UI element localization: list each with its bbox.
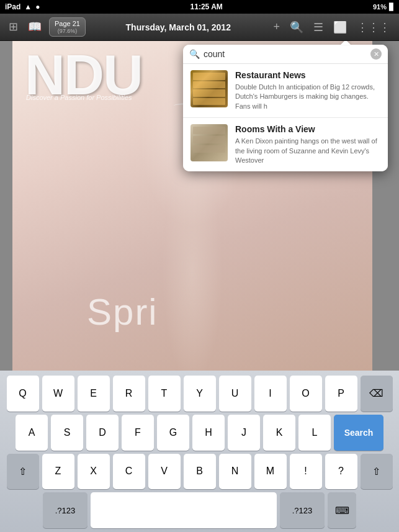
search-result-2[interactable]: Rooms With a View A Ken Dixon painting h… <box>183 118 388 171</box>
key-exclaim[interactable]: ! <box>290 454 322 490</box>
search-input[interactable] <box>204 49 370 59</box>
status-bar: iPad ▲ ● 11:25 AM 91% ▊ <box>0 0 399 14</box>
key-i[interactable]: I <box>254 376 287 412</box>
search-magnifier-icon: 🔍 <box>189 49 200 59</box>
key-o[interactable]: O <box>290 376 322 412</box>
key-f[interactable]: F <box>122 415 154 451</box>
result-1-snippet: Double Dutch In anticipation of Big 12 c… <box>235 83 380 111</box>
add-icon[interactable]: + <box>271 18 282 36</box>
result-2-thumbnail <box>191 124 228 161</box>
magazine-tagline: Discover a Passion for Possibilities <box>26 94 132 101</box>
key-x[interactable]: X <box>78 454 110 490</box>
key-question[interactable]: ? <box>325 454 357 490</box>
key-b[interactable]: B <box>184 454 216 490</box>
toolbar-right: + 🔍 ☰ ⬜ ⋮⋮⋮ <box>271 18 393 37</box>
page-number: Page 21 <box>55 20 80 28</box>
key-q[interactable]: Q <box>7 376 39 412</box>
search-clear-button[interactable]: ✕ <box>370 48 382 60</box>
key-v[interactable]: V <box>148 454 181 490</box>
search-icon[interactable]: 🔍 <box>287 18 306 37</box>
page-percent: (97.6%) <box>58 28 78 35</box>
magazine-season: Spri <box>87 291 158 333</box>
search-dropdown-container: 🔍 ✕ Restaurant News Double Dutch In ant <box>183 45 388 171</box>
time-display: 11:25 AM <box>191 2 223 11</box>
key-z[interactable]: Z <box>42 454 74 490</box>
library-icon[interactable]: ⊞ <box>6 17 20 36</box>
search-result-1[interactable]: Restaurant News Double Dutch In anticipa… <box>183 64 388 118</box>
keyboard-row-3: ⇧ Z X C V B N M ! ? ⇧ <box>2 454 397 490</box>
key-t[interactable]: T <box>148 376 181 412</box>
key-m[interactable]: M <box>254 454 287 490</box>
key-w[interactable]: W <box>42 376 74 412</box>
key-a[interactable]: A <box>16 415 48 451</box>
result-1-thumbnail <box>191 70 228 107</box>
search-key[interactable]: Search <box>334 415 383 451</box>
more-icon[interactable]: ⋮⋮⋮ <box>354 18 393 37</box>
status-left: iPad ▲ ● <box>5 2 40 11</box>
keyboard-row-1: Q W E R T Y U I O P ⌫ <box>2 376 397 412</box>
key-c[interactable]: C <box>113 454 145 490</box>
shift-left-key[interactable]: ⇧ <box>7 454 39 490</box>
search-box: 🔍 ✕ Restaurant News Double Dutch In ant <box>183 45 388 171</box>
signal-icon: ● <box>35 2 40 11</box>
wifi-icon: ▲ <box>24 2 32 11</box>
search-input-row[interactable]: 🔍 ✕ <box>183 45 388 64</box>
key-j[interactable]: J <box>228 415 260 451</box>
key-k[interactable]: K <box>263 415 295 451</box>
battery-percent: 91% <box>373 3 387 11</box>
key-y[interactable]: Y <box>184 376 216 412</box>
result-2-snippet: A Ken Dixon painting hangs on the west w… <box>235 137 380 165</box>
keyboard-row-2: A S D F G H J K L Search <box>2 415 397 451</box>
bookmarks-icon[interactable]: 📖 <box>25 17 44 36</box>
key-l[interactable]: L <box>298 415 331 451</box>
key-s[interactable]: S <box>51 415 83 451</box>
search-arrow <box>341 41 351 45</box>
backspace-key[interactable]: ⌫ <box>361 376 393 412</box>
key-d[interactable]: D <box>86 415 119 451</box>
num-right-key[interactable]: .?123 <box>280 492 325 528</box>
toolbar-left: ⊞ 📖 Page 21 (97.6%) <box>6 17 86 37</box>
space-key[interactable] <box>91 492 277 528</box>
emoji-key[interactable]: ⌨ <box>328 492 356 528</box>
key-n[interactable]: N <box>219 454 251 490</box>
keyboard: Q W E R T Y U I O P ⌫ A S D F G H J K L … <box>0 371 399 532</box>
keyboard-row-4: .?123 .?123 ⌨ <box>2 492 397 528</box>
result-1-text: Restaurant News Double Dutch In anticipa… <box>235 70 380 111</box>
key-g[interactable]: G <box>157 415 189 451</box>
key-p[interactable]: P <box>325 376 357 412</box>
ipad-label: iPad <box>5 2 20 11</box>
key-h[interactable]: H <box>192 415 225 451</box>
airplay-icon[interactable]: ⬜ <box>331 18 349 37</box>
toolbar-date: Thursday, March 01, 2012 <box>86 22 271 32</box>
num-left-key[interactable]: .?123 <box>43 492 87 528</box>
key-u[interactable]: U <box>219 376 251 412</box>
page-badge[interactable]: Page 21 (97.6%) <box>49 17 86 37</box>
result-2-text: Rooms With a View A Ken Dixon painting h… <box>235 124 380 165</box>
battery-icon: ▊ <box>389 3 394 11</box>
shift-right-key[interactable]: ⇧ <box>361 454 393 490</box>
main-content-area: NDU Discover a Passion for Possibilities… <box>0 41 399 371</box>
result-1-title: Restaurant News <box>235 70 380 80</box>
menu-icon[interactable]: ☰ <box>311 18 326 37</box>
result-2-thumb-inner <box>191 124 228 161</box>
key-e[interactable]: E <box>78 376 110 412</box>
key-r[interactable]: R <box>113 376 145 412</box>
toolbar: ⊞ 📖 Page 21 (97.6%) Thursday, March 01, … <box>0 14 399 41</box>
status-right: 91% ▊ <box>373 3 394 11</box>
result-2-title: Rooms With a View <box>235 124 380 134</box>
result-1-thumb-inner <box>191 70 228 107</box>
